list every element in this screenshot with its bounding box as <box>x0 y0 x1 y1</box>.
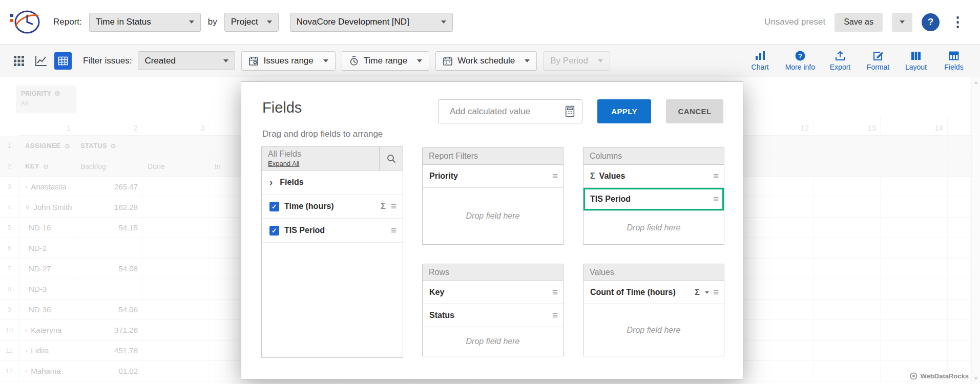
export-icon <box>835 50 846 61</box>
chart-label: Chart <box>752 63 769 71</box>
columns-panel: Columns Values TIS Period Drop field her… <box>583 147 724 245</box>
report-type-dropdown[interactable]: Time in Status <box>89 13 201 32</box>
sigma-icon <box>590 172 595 181</box>
field-search-button[interactable] <box>379 147 403 170</box>
drag-handle-icon[interactable] <box>552 287 558 298</box>
webdatarocks-logo-icon <box>910 372 918 380</box>
watermark-text: WebDataRocks <box>921 372 969 380</box>
all-fields-title: All Fields <box>268 150 373 159</box>
time-range-icon <box>349 56 359 66</box>
project-dropdown[interactable]: NovaCore Development [ND] <box>290 13 453 32</box>
all-fields-header: All Fields Expand All <box>261 146 403 170</box>
drag-handle-icon[interactable] <box>391 201 397 212</box>
drop-zone[interactable]: Drop field here <box>583 304 724 356</box>
chevron-down-icon <box>598 59 603 62</box>
grid-view-icon[interactable] <box>10 52 28 70</box>
bar-chart-icon <box>755 50 766 61</box>
drag-handle-icon[interactable] <box>552 310 558 321</box>
fields-label: Fields <box>944 63 963 71</box>
chevron-down-icon <box>417 59 422 62</box>
expand-all-link[interactable]: Expand All <box>268 160 299 167</box>
values-title: Values <box>583 264 724 281</box>
more-info-button[interactable]: ? More info <box>785 50 815 71</box>
save-as-menu-button[interactable] <box>892 13 912 32</box>
value-item-count-time-hours[interactable]: Count of Time (hours) <box>583 281 724 304</box>
chevron-right-icon <box>269 177 273 188</box>
drop-zone[interactable]: Drop field here <box>583 211 724 244</box>
filter-item-priority[interactable]: Priority <box>423 165 563 188</box>
aggregation-chevron-icon[interactable] <box>705 291 709 294</box>
kebab-menu-button[interactable] <box>949 15 967 29</box>
filter-issues-value: Created <box>144 56 175 66</box>
fields-button[interactable]: Fields <box>941 50 967 71</box>
checkbox-checked-icon[interactable] <box>269 202 279 211</box>
all-fields-list: Fields Time (hours) TIS Period <box>261 170 403 358</box>
work-schedule-dropdown[interactable]: Work schedule <box>435 51 537 71</box>
all-fields-panel: All Fields Expand All Fields <box>261 146 403 358</box>
column-item-tis-period-selected[interactable]: TIS Period <box>583 188 724 211</box>
more-info-label: More info <box>785 63 815 71</box>
format-label: Format <box>867 63 889 71</box>
columns-body: Values TIS Period Drop field here <box>583 165 724 245</box>
row-item-status[interactable]: Status <box>423 304 563 327</box>
edit-pencil-icon <box>872 50 884 61</box>
layout-button[interactable]: Layout <box>903 50 929 71</box>
fields-tree-root[interactable]: Fields <box>262 170 403 195</box>
drag-handle-icon[interactable] <box>713 287 719 298</box>
field-label: TIS Period <box>284 226 386 235</box>
toolbar: Filter issues: Created Issues range Time… <box>0 44 980 77</box>
add-calculated-value-button[interactable]: Add calculated value <box>438 99 582 123</box>
by-label: by <box>208 17 217 27</box>
group-by-dropdown[interactable]: Project <box>224 13 279 32</box>
drag-handle-icon[interactable] <box>552 170 558 182</box>
table-view-icon[interactable] <box>54 52 72 70</box>
report-filters-title: Report Filters <box>422 147 564 165</box>
format-button[interactable]: Format <box>865 50 891 71</box>
header-actions: Unsaved preset Save as ? <box>764 13 967 32</box>
chevron-down-icon <box>441 20 446 24</box>
rows-panel: Rows Key Status Drop field here <box>422 264 564 356</box>
work-schedule-label: Work schedule <box>457 56 515 66</box>
chevron-down-icon <box>323 59 328 62</box>
drag-handle-icon[interactable] <box>713 194 719 205</box>
search-icon <box>387 154 396 163</box>
field-label: Key <box>429 288 548 297</box>
save-as-button[interactable]: Save as <box>835 13 883 32</box>
drop-zone[interactable]: Drop field here <box>423 327 563 356</box>
by-period-label: By Period <box>550 56 588 66</box>
rows-title: Rows <box>422 264 564 281</box>
preset-status: Unsaved preset <box>764 17 825 27</box>
drag-handle-icon[interactable] <box>713 170 719 182</box>
webdatarocks-watermark[interactable]: WebDataRocks <box>910 372 969 380</box>
column-item-values[interactable]: Values <box>583 165 724 188</box>
columns-title: Columns <box>583 147 724 165</box>
add-calculated-value-label: Add calculated value <box>450 106 530 117</box>
apply-button[interactable]: APPLY <box>597 99 651 123</box>
columns-icon <box>910 50 922 61</box>
toolbar-actions: Chart ? More info Export <box>747 50 967 71</box>
checkbox-checked-icon[interactable] <box>269 226 279 236</box>
field-label: Priority <box>429 172 548 181</box>
help-button[interactable]: ? <box>922 13 940 31</box>
cancel-button[interactable]: CANCEL <box>666 99 723 123</box>
report-type-value: Time in Status <box>96 17 151 27</box>
export-button[interactable]: Export <box>827 50 853 71</box>
drop-zone[interactable]: Drop field here <box>423 188 563 244</box>
field-label: Status <box>429 311 548 320</box>
chart-view-icon[interactable] <box>32 52 50 70</box>
chevron-down-icon <box>223 59 228 62</box>
chart-button[interactable]: Chart <box>747 50 773 71</box>
app-header: Report: Time in Status by Project NovaCo… <box>0 0 980 44</box>
field-item-tis-period[interactable]: TIS Period <box>262 219 403 243</box>
time-range-dropdown[interactable]: Time range <box>342 51 429 71</box>
field-item-time-hours[interactable]: Time (hours) <box>262 195 403 219</box>
issues-range-dropdown[interactable]: Issues range <box>241 51 335 71</box>
dialog-subtitle: Drag and drop fields to arrange <box>262 129 383 139</box>
values-body: Count of Time (hours) Drop field here <box>583 281 724 356</box>
chevron-down-icon <box>267 20 272 24</box>
drag-handle-icon[interactable] <box>391 225 397 236</box>
filter-issues-dropdown[interactable]: Created <box>138 51 235 70</box>
all-fields-header-left: All Fields Expand All <box>262 147 379 170</box>
row-item-key[interactable]: Key <box>423 281 563 304</box>
filter-issues-label: Filter issues: <box>83 56 132 66</box>
